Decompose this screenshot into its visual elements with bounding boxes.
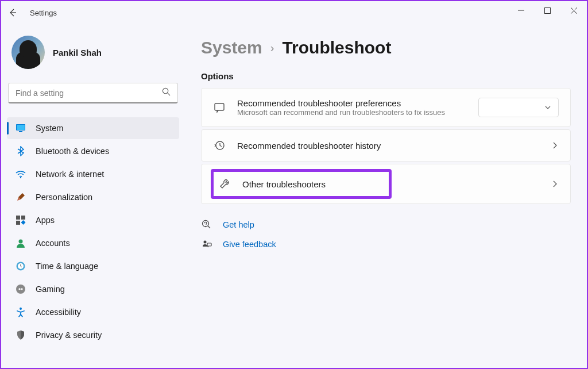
sidebar-item-bluetooth[interactable]: Bluetooth & devices (7, 140, 179, 162)
maximize-button[interactable] (534, 1, 560, 20)
card-subtitle: Microsoft can recommend and run troubles… (237, 108, 467, 117)
give-feedback-link[interactable]: Give feedback (201, 239, 571, 250)
sidebar-item-time[interactable]: Time & language (7, 255, 179, 277)
chevron-down-icon (544, 104, 551, 111)
breadcrumb-parent[interactable]: System (201, 38, 262, 57)
search-icon (162, 87, 171, 98)
sidebar-item-label: Accounts (36, 239, 70, 248)
accounts-icon (15, 237, 26, 249)
svg-rect-4 (19, 131, 22, 132)
svg-point-9 (19, 240, 23, 244)
sidebar-item-system[interactable]: System (7, 117, 179, 139)
link-label: Get help (223, 220, 254, 229)
chevron-right-icon (551, 180, 559, 188)
avatar (11, 36, 45, 69)
svg-rect-0 (544, 7, 550, 13)
svg-point-13 (20, 308, 22, 310)
history-icon (213, 139, 226, 152)
card-title: Recommended troubleshooter preferences (237, 98, 467, 108)
sidebar-item-label: Network & internet (36, 170, 104, 179)
sidebar-item-label: System (36, 124, 63, 133)
sidebar-item-accounts[interactable]: Accounts (7, 232, 179, 254)
titlebar: Settings (1, 1, 587, 24)
svg-rect-14 (215, 103, 224, 110)
personalization-icon (15, 191, 26, 203)
accessibility-icon (15, 306, 26, 318)
sidebar-item-label: Privacy & security (36, 330, 102, 340)
svg-point-17 (204, 241, 207, 244)
svg-rect-18 (207, 243, 211, 246)
section-heading: Options (201, 71, 571, 81)
close-button[interactable] (560, 1, 587, 20)
sidebar-item-label: Accessibility (36, 308, 81, 317)
sidebar-item-accessibility[interactable]: Accessibility (7, 301, 179, 323)
user-name: Pankil Shah (53, 48, 102, 57)
privacy-icon (15, 329, 26, 341)
sidebar-item-gaming[interactable]: Gaming (7, 278, 179, 300)
sidebar-item-network[interactable]: Network & internet (7, 163, 179, 185)
help-icon (201, 219, 212, 230)
breadcrumb: System › Troubleshoot (201, 38, 571, 57)
sidebar-item-privacy[interactable]: Privacy & security (7, 324, 179, 346)
profile[interactable]: Pankil Shah (7, 29, 179, 80)
bluetooth-icon (15, 145, 26, 157)
sidebar-item-personalization[interactable]: Personalization (7, 186, 179, 208)
time-icon (15, 260, 26, 272)
wrench-icon (218, 178, 231, 190)
app-title: Settings (30, 9, 57, 17)
sidebar-item-label: Gaming (36, 285, 65, 294)
svg-rect-8 (16, 221, 20, 225)
sidebar-item-label: Apps (36, 216, 55, 225)
feedback-icon (201, 239, 212, 250)
sidebar-item-label: Bluetooth & devices (36, 147, 109, 156)
sidebar-item-label: Time & language (36, 262, 98, 271)
preferences-dropdown[interactable] (478, 98, 559, 117)
content: System › Troubleshoot Options Recommende… (185, 24, 587, 368)
card-other-troubleshooters[interactable]: Other troubleshooters (201, 164, 571, 204)
chat-icon (213, 101, 226, 114)
link-label: Give feedback (223, 240, 276, 249)
minimize-button[interactable] (508, 1, 534, 20)
card-title: Other troubleshooters (242, 179, 326, 189)
sidebar: Pankil Shah System Bluetooth & devices N… (1, 24, 185, 368)
svg-rect-7 (21, 216, 25, 220)
apps-icon (15, 214, 26, 226)
search-input[interactable] (16, 89, 162, 98)
search-box[interactable] (8, 83, 178, 103)
wifi-icon (15, 168, 26, 180)
gaming-icon (15, 283, 26, 295)
highlight-annotation: Other troubleshooters (211, 169, 392, 199)
chevron-right-icon: › (270, 41, 274, 55)
get-help-link[interactable]: Get help (201, 219, 571, 230)
card-troubleshooter-history[interactable]: Recommended troubleshooter history (201, 129, 571, 162)
svg-rect-6 (16, 216, 20, 220)
nav-list: System Bluetooth & devices Network & int… (7, 117, 179, 346)
svg-point-16 (203, 221, 209, 227)
sidebar-item-apps[interactable]: Apps (7, 209, 179, 231)
card-recommended-preferences[interactable]: Recommended troubleshooter preferences M… (201, 88, 571, 127)
system-icon (15, 122, 26, 134)
chevron-right-icon (551, 141, 559, 149)
page-title: Troubleshoot (282, 38, 391, 57)
svg-rect-3 (17, 125, 25, 130)
svg-point-1 (163, 88, 168, 93)
sidebar-item-label: Personalization (36, 193, 92, 202)
svg-point-5 (20, 177, 21, 178)
card-title: Recommended troubleshooter history (237, 141, 539, 151)
back-button[interactable] (6, 6, 20, 20)
